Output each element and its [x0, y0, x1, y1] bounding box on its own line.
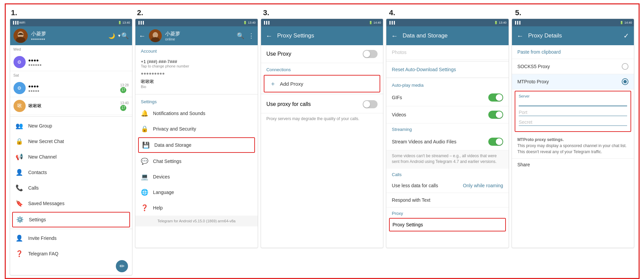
mtproto-radio[interactable] [622, 78, 628, 85]
language-icon: 🌐 [141, 189, 148, 196]
panel2-user-status: online [165, 37, 233, 41]
less-data-item[interactable]: Use less data for calls Only while roami… [386, 178, 509, 193]
only-roaming-link[interactable]: Only while roaming [463, 183, 503, 188]
stream-toggle[interactable] [488, 138, 503, 146]
panel4-status-bar: ▐▐▐ 🔋 13:40 [386, 19, 509, 26]
panel2-avatar [149, 29, 162, 42]
settings-help[interactable]: ❓ Help [135, 200, 258, 216]
devices-icon: 💻 [141, 173, 148, 180]
chat-item-2[interactable]: ⚙ ●●●● ●●●●● 13:28 17 [10, 79, 132, 97]
panel2-header: ← 小菱萝 online 🔍 ⋮ [135, 26, 258, 45]
panel4-status-left: ▐▐▐ [388, 21, 395, 24]
socks5-row[interactable]: SOCKS5 Proxy [512, 59, 634, 74]
settings-devices[interactable]: 💻 Devices [135, 169, 258, 185]
panel2-version: Telegram for Android v5.15.0 (1869) arm6… [157, 219, 235, 223]
secret-input[interactable] [519, 119, 627, 126]
panel4-time: 13:40 [499, 21, 507, 24]
p4-divider1 [386, 61, 509, 61]
videos-item[interactable]: Videos [386, 106, 509, 123]
username-field: ●●●●●●●●● [141, 71, 252, 76]
share-button[interactable]: Share [512, 158, 634, 171]
faq-label: Telegram FAQ [28, 251, 58, 256]
chat-info-biubiu: 啾啾啾 [28, 103, 118, 109]
new-group-icon: 👥 [16, 122, 23, 130]
settings-privacy[interactable]: 🔒 Privacy and Security [135, 121, 258, 137]
reset-auto-download[interactable]: Reset Auto-Download Settings [386, 63, 509, 76]
use-proxy-toggle[interactable] [363, 50, 378, 58]
chat-item-biubiu[interactable]: 啾 啾啾啾 13:40 17 [10, 97, 132, 115]
panel2-status-right: 🔋 13:40 [243, 21, 256, 24]
use-proxy-row[interactable]: Use Proxy [261, 45, 383, 63]
proxy-settings-item[interactable]: Proxy Settings [389, 218, 506, 231]
panel3-back-button[interactable]: ← [266, 32, 273, 40]
panel1-time: 13:40 [123, 21, 130, 24]
paste-clipboard-button[interactable]: Paste from clipboard [512, 45, 634, 59]
panel1-status-right: 🔋 13:40 [118, 21, 130, 24]
mtproto-row[interactable]: MTProto Proxy [512, 74, 634, 89]
add-proxy-label: Add Proxy [280, 81, 303, 87]
settings-notifications[interactable]: 🔔 Notifications and Sounds [135, 106, 258, 121]
panel2-search-icon[interactable]: 🔍 [237, 32, 244, 39]
privacy-label: Privacy and Security [153, 126, 196, 132]
panel4-back-button[interactable]: ← [391, 32, 398, 40]
use-proxy-calls-row[interactable]: Use proxy for calls [261, 95, 383, 113]
server-label: Server [519, 94, 627, 98]
panel1-dropdown-arrow[interactable]: ▼ [117, 33, 121, 38]
add-proxy-button[interactable]: ＋ Add Proxy [264, 75, 381, 92]
settings-data-storage[interactable]: 💾 Data and Storage [138, 137, 255, 153]
profile-section: +1 (###) ###-7### Tap to change phone nu… [135, 55, 258, 93]
panel1-chat-wed: Wed ⚙ ●●●● ●●●●●● [10, 45, 132, 71]
server-input[interactable] [519, 99, 627, 106]
respond-item[interactable]: Respond with Text [386, 193, 509, 207]
panel4-title: Data and Storage [403, 32, 504, 39]
menu-invite[interactable]: 👤 Invite Friends [10, 230, 132, 246]
port-input[interactable] [519, 109, 627, 116]
menu-faq[interactable]: ❓ Telegram FAQ [10, 246, 132, 261]
connections-header: Connections [261, 63, 383, 74]
menu-contacts[interactable]: 👤 Contacts [10, 165, 132, 180]
menu-new-group[interactable]: 👥 New Group [10, 118, 132, 134]
contacts-label: Contacts [28, 170, 47, 175]
new-channel-icon: 📢 [16, 153, 23, 161]
menu-settings[interactable]: ⚙️ Settings [12, 212, 130, 227]
menu-new-secret[interactable]: 🔒 New Secret Chat [10, 134, 132, 149]
stream-label: Stream Videos and Audio Files [392, 139, 456, 144]
menu-calls[interactable]: 📞 Calls [10, 180, 132, 196]
proxy-description: MTProto proxy settings. This proxy may d… [512, 133, 634, 158]
panel5-check-button[interactable]: ✓ [623, 32, 629, 40]
menu-saved[interactable]: 🔖 Saved Messages [10, 196, 132, 211]
photos-item[interactable]: Photos [386, 45, 509, 60]
panel4-battery: 🔋 [494, 21, 498, 24]
panel5-back-button[interactable]: ← [517, 32, 523, 40]
panel1-edit-fab[interactable]: ✏ [116, 260, 128, 272]
menu-new-channel[interactable]: 📢 New Channel [10, 149, 132, 165]
main-container: 1. 2. 3. 4. 5. ▐▐▐ WiFi 🔋 13:40 [5, 3, 640, 279]
chat-divider-sat: Sat [10, 71, 132, 79]
panel1-header: 小菱萝 ●●●●●●● 🌙 ▼ 🔍 [10, 26, 132, 45]
settings-chat[interactable]: 💬 Chat Settings [135, 154, 258, 169]
help-icon: ❓ [141, 204, 148, 212]
step-5-number: 5. [512, 7, 638, 19]
stream-item[interactable]: Stream Videos and Audio Files [386, 133, 509, 150]
settings-language[interactable]: 🌐 Language [135, 185, 258, 200]
panel2-header-icons: 🔍 ⋮ [237, 32, 254, 39]
notifications-icon: 🔔 [141, 110, 148, 117]
panel1-search-icon[interactable]: 🔍 [121, 32, 129, 39]
calls-label: Calls [28, 185, 39, 191]
panel2-status-bar: ▐▐▐ 🔋 13:40 [135, 19, 258, 26]
gifs-toggle[interactable] [488, 93, 503, 102]
step-2-number: 2. [134, 7, 260, 19]
panel5-status-right: 🔋 14:40 [620, 21, 632, 24]
videos-toggle[interactable] [488, 111, 503, 119]
panel2-back-button[interactable]: ← [139, 32, 146, 40]
panel2-more-icon[interactable]: ⋮ [248, 32, 254, 39]
use-proxy-calls-toggle[interactable] [363, 100, 378, 108]
panel3-status-right: 🔋 14:40 [369, 21, 381, 24]
socks5-radio[interactable] [622, 63, 628, 70]
gifs-item[interactable]: GIFs [386, 89, 509, 106]
panel-2: ▐▐▐ 🔋 13:40 ← 小菱萝 [135, 19, 258, 248]
panel5-signal: ▐▐▐ [514, 21, 520, 24]
panel1-wifi-icon: WiFi [19, 21, 25, 24]
panel-4: ▐▐▐ 🔋 13:40 ← Data and Storage Photos Re… [386, 19, 509, 248]
chat-item-1[interactable]: ⚙ ●●●● ●●●●●● [10, 53, 132, 71]
